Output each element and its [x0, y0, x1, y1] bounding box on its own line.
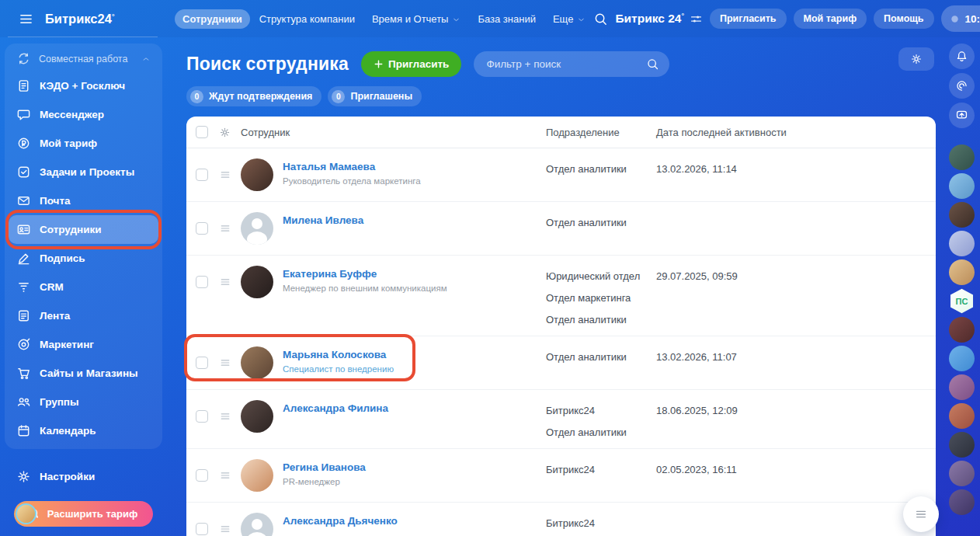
row-checkbox[interactable] [196, 469, 208, 482]
sidebar-item[interactable]: Мессенджер [9, 100, 158, 129]
chat-avatar[interactable] [949, 432, 975, 458]
my-plan-button[interactable]: Мой тариф [794, 9, 867, 29]
mail-icon [16, 193, 31, 208]
chat-avatar[interactable] [949, 461, 975, 486]
row-menu-icon[interactable] [219, 357, 231, 369]
select-all-checkbox[interactable] [196, 126, 208, 138]
sidebar-item[interactable]: Сайты и Магазины [9, 359, 158, 388]
sidebar-item[interactable]: Календарь [9, 416, 158, 445]
employee-avatar[interactable] [241, 158, 273, 191]
sidebar-item-settings[interactable]: Настройки [9, 462, 158, 491]
sidebar-item[interactable]: Группы [9, 388, 158, 416]
rail-button[interactable] [949, 103, 975, 128]
invite-employee-button[interactable]: Пригласить [361, 51, 461, 77]
page-header: Поиск сотрудника Пригласить [186, 49, 944, 78]
search-icon[interactable] [593, 12, 608, 26]
employee-name-link[interactable]: Екатерина Буффе [283, 268, 447, 280]
sidebar-item[interactable]: Сотрудники [9, 215, 158, 244]
sidebar-item[interactable]: КЭДО + Госключ [9, 71, 158, 100]
topbar-nav-item[interactable]: Сотрудники [175, 9, 250, 29]
clock-icon [950, 14, 960, 24]
row-checkbox[interactable] [196, 276, 208, 288]
search-icon[interactable] [646, 57, 659, 71]
top-navigation: Сотрудники Структура компании Время и От… [175, 9, 593, 29]
employee-avatar[interactable] [241, 513, 273, 536]
employee-cell: Александра Филина [241, 400, 546, 433]
chat-avatar[interactable]: ПС [949, 288, 975, 314]
topbar-nav-item[interactable]: Структура компании [252, 9, 363, 29]
nav-item-label: Структура компании [259, 13, 355, 25]
gear-icon[interactable] [219, 127, 231, 138]
row-menu-icon[interactable] [219, 276, 231, 288]
hamburger-menu-icon[interactable] [19, 12, 33, 26]
employee-avatar[interactable] [241, 346, 273, 379]
row-checkbox[interactable] [196, 523, 208, 535]
filter-chip[interactable]: 0 Приглашены [328, 86, 422, 106]
chat-avatar[interactable] [949, 489, 975, 515]
row-menu-icon[interactable] [219, 523, 231, 535]
worktime-widget[interactable]: 10:16 [941, 5, 980, 32]
chat-avatar[interactable] [949, 231, 975, 256]
profile-avatar-mini[interactable] [16, 503, 36, 524]
employee-avatar[interactable] [241, 212, 273, 245]
employee-name-link[interactable]: Александра Дьяченко [283, 515, 398, 527]
row-menu-icon[interactable] [219, 169, 231, 181]
chat-avatar[interactable] [949, 346, 975, 371]
chat-avatar[interactable] [949, 173, 975, 199]
rail-button[interactable] [949, 73, 975, 99]
row-checkbox[interactable] [196, 169, 208, 181]
table-row[interactable]: Регина Иванова PR-менеджер Битрикс24 02.… [186, 449, 936, 503]
filter-chip[interactable]: 0 Ждут подтверждения [186, 86, 321, 106]
rail-button[interactable] [949, 44, 975, 69]
chat-avatar[interactable] [949, 374, 975, 400]
employee-avatar[interactable] [241, 459, 273, 492]
employee-name-link[interactable]: Марьяна Колоскова [283, 349, 394, 360]
topbar-nav-item[interactable]: Еще [545, 9, 593, 29]
row-checkbox[interactable] [196, 410, 208, 423]
chat-avatar[interactable] [949, 144, 975, 170]
table-row[interactable]: Наталья Мамаева Руководитель отдела марк… [186, 148, 936, 202]
sidebar-item-label: Мессенджер [40, 109, 104, 120]
sidebar-section-collaboration[interactable]: Совместная работа [9, 46, 158, 71]
sidebar-item[interactable]: Задачи и Проекты [9, 158, 158, 186]
row-menu-icon[interactable] [219, 410, 231, 423]
sidebar-item[interactable]: Мой тариф [9, 129, 158, 158]
invite-topbar-button[interactable]: Пригласить [710, 9, 787, 29]
chat-avatar[interactable] [949, 202, 975, 228]
chat-avatar[interactable] [949, 317, 975, 343]
row-menu-icon[interactable] [219, 469, 231, 482]
chat-avatar[interactable] [949, 403, 975, 429]
department-list: Отдел аналитики [546, 346, 656, 363]
page-settings-button[interactable] [898, 47, 934, 71]
topbar-nav-item[interactable]: База знаний [470, 9, 544, 29]
table-row[interactable]: Александра Дьяченко Битрикс24 [186, 503, 936, 536]
filter-search-input[interactable] [474, 51, 669, 77]
employee-avatar[interactable] [241, 400, 273, 433]
sidebar-item[interactable]: Маркетинг [9, 330, 158, 359]
sliders-icon[interactable] [690, 12, 703, 26]
list-view-floating-button[interactable] [903, 496, 939, 532]
sidebar-item[interactable]: Подпись [9, 244, 158, 273]
help-button[interactable]: Помощь [874, 9, 933, 29]
sidebar-item-label: КЭДО + Госключ [40, 80, 125, 92]
table-row[interactable]: Милена Ивлева Отдел аналитики [186, 202, 936, 256]
sidebar-item[interactable]: Лента [9, 301, 158, 330]
row-checkbox[interactable] [196, 357, 208, 369]
employee-name-link[interactable]: Наталья Мамаева [283, 161, 421, 172]
employee-name-link[interactable]: Александра Филина [283, 402, 388, 414]
topbar-nav-item[interactable]: Время и Отчеты [364, 9, 469, 29]
row-menu-icon[interactable] [219, 222, 231, 235]
sidebar-item-label: CRM [40, 281, 64, 293]
employee-name-link[interactable]: Милена Ивлева [283, 214, 363, 226]
row-checkbox[interactable] [196, 222, 208, 235]
sidebar-item[interactable]: Почта [9, 186, 158, 215]
sidebar-item[interactable]: CRM [9, 273, 158, 301]
marketing-icon [16, 337, 31, 352]
table-row[interactable]: Екатерина Буффе Менеджер по внешним комм… [186, 256, 936, 336]
employee-name-link[interactable]: Регина Иванова [283, 461, 366, 473]
table-row[interactable]: Александра Филина Битрикс24Отдел аналити… [186, 390, 936, 449]
table-row[interactable]: Марьяна Колоскова Специалист по внедрени… [186, 336, 936, 390]
chat-avatar[interactable] [949, 259, 975, 285]
sidebar-item-label: Задачи и Проекты [40, 166, 134, 178]
employee-avatar[interactable] [241, 266, 273, 298]
